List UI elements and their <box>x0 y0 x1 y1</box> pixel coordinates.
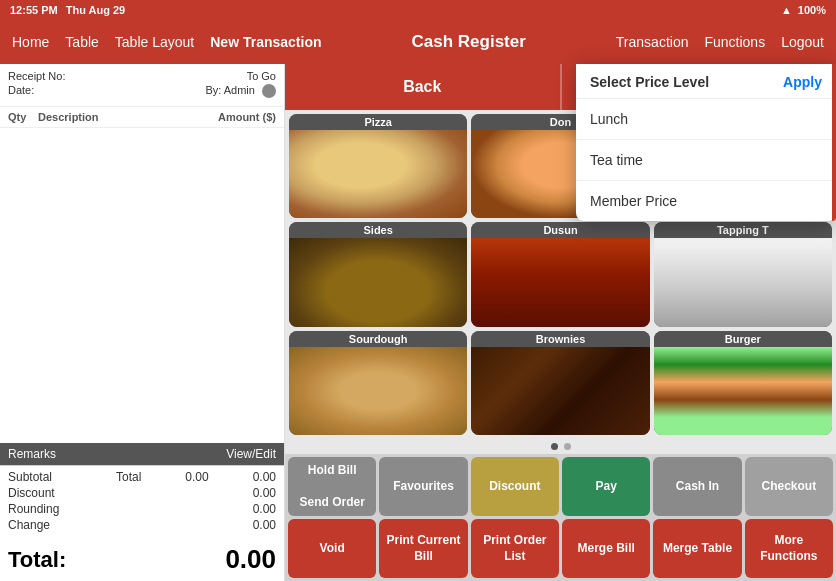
action-btn-label: Merge Bill <box>577 541 634 557</box>
action-btn-label: Print Order List <box>475 533 555 564</box>
dropdown-items-list: LunchTea timeMember Price <box>576 99 836 221</box>
menu-item-label: Sourdough <box>289 331 467 347</box>
remarks-label: Remarks <box>8 447 56 461</box>
dropdown-item-lunch[interactable]: Lunch <box>576 99 836 140</box>
action-btn-label: Print Current Bill <box>383 533 463 564</box>
dropdown-title: Select Price Level <box>590 74 709 90</box>
nav-table-layout[interactable]: Table Layout <box>115 34 194 50</box>
menu-item-sides[interactable]: Sides <box>289 222 467 326</box>
action-btn-merge-table[interactable]: Merge Table <box>653 519 741 578</box>
menu-item-burger[interactable]: Burger <box>654 331 832 435</box>
discount-label: Discount <box>8 486 55 500</box>
menu-item-image <box>471 238 649 326</box>
remarks-bar: Remarks View/Edit <box>0 443 284 465</box>
menu-item-tapping-t[interactable]: Tapping T <box>654 222 832 326</box>
receipt-panel: Receipt No: To Go Date: By: Admin Qty De… <box>0 64 285 581</box>
nav-table[interactable]: Table <box>65 34 98 50</box>
action-btn-label: More Functions <box>749 533 829 564</box>
action-btn-pay[interactable]: Pay <box>562 457 650 516</box>
total-bar-value: 0.00 <box>225 544 276 575</box>
menu-item-sourdough[interactable]: Sourdough <box>289 331 467 435</box>
action-btn-label: Void <box>320 541 345 557</box>
app-title: Cash Register <box>412 32 526 52</box>
action-btn-print-order-list[interactable]: Print Order List <box>471 519 559 578</box>
dropdown-item-member-price[interactable]: Member Price <box>576 181 836 221</box>
menu-item-image <box>289 347 467 435</box>
total-bar: Total: 0.00 <box>0 538 284 581</box>
price-level-dropdown: Select Price Level Apply LunchTea timeMe… <box>576 64 836 221</box>
bottom-actions: Hold BillSend OrderFavouritesDiscountPay… <box>285 454 836 581</box>
col-amount-header: Amount ($) <box>206 111 276 123</box>
status-time: 12:55 PM <box>10 4 58 16</box>
menu-item-image <box>654 347 832 435</box>
receipt-footer: Subtotal Total 0.00 0.00 Discount 0.00 R… <box>0 465 284 538</box>
receipt-items <box>0 128 284 443</box>
admin-icon <box>262 84 276 98</box>
menu-item-label: Pizza <box>289 114 467 130</box>
subtotal-value: 0.00 <box>185 470 208 484</box>
status-bar: 12:55 PM Thu Aug 29 ▲ 100% <box>0 0 836 20</box>
menu-item-pizza[interactable]: Pizza <box>289 114 467 218</box>
rounding-label: Rounding <box>8 502 59 516</box>
date-label: Date: <box>8 84 34 98</box>
action-btn-label: Pay <box>595 479 616 495</box>
status-date: Thu Aug 29 <box>66 4 125 16</box>
action-btn-label: Send Order <box>299 495 364 511</box>
total-bar-label: Total: <box>8 547 66 573</box>
menu-item-dusun[interactable]: Dusun <box>471 222 649 326</box>
back-button[interactable]: Back <box>285 64 560 110</box>
view-edit-label[interactable]: View/Edit <box>226 447 276 461</box>
action-btn-void[interactable]: Void <box>288 519 376 578</box>
nav-home[interactable]: Home <box>12 34 49 50</box>
change-label: Change <box>8 518 50 532</box>
action-btn-print-current-bill[interactable]: Print Current Bill <box>379 519 467 578</box>
menu-item-label: Tapping T <box>654 222 832 238</box>
menu-item-image <box>654 238 832 326</box>
menu-item-label: Dusun <box>471 222 649 238</box>
action-btn-label: Checkout <box>761 479 816 495</box>
discount-value: 0.00 <box>253 486 276 500</box>
receipt-type: To Go <box>247 70 276 82</box>
menu-item-label: Burger <box>654 331 832 347</box>
action-btn-more-functions[interactable]: More Functions <box>745 519 833 578</box>
action-btn-hold-bill-send-order[interactable]: Hold BillSend Order <box>288 457 376 516</box>
nav-new-transaction[interactable]: New Transaction <box>210 34 321 50</box>
action-btn-label: Discount <box>489 479 540 495</box>
menu-item-label: Sides <box>289 222 467 238</box>
action-btn-label: Cash In <box>676 479 719 495</box>
subtotal-label: Subtotal <box>8 470 52 484</box>
admin-label: By: Admin <box>205 84 276 98</box>
action-btn-favourites[interactable]: Favourites <box>379 457 467 516</box>
page-dot-1[interactable] <box>551 443 558 450</box>
nav-logout[interactable]: Logout <box>781 34 824 50</box>
col-qty-header: Qty <box>8 111 38 123</box>
wifi-icon: ▲ <box>781 4 792 16</box>
nav-transaction[interactable]: Transaction <box>616 34 689 50</box>
menu-item-brownies[interactable]: Brownies <box>471 331 649 435</box>
subtotal-total-label: Total <box>116 470 141 484</box>
action-btn-merge-bill[interactable]: Merge Bill <box>562 519 650 578</box>
action-btn-checkout[interactable]: Checkout <box>745 457 833 516</box>
nav-functions[interactable]: Functions <box>704 34 765 50</box>
top-nav: Home Table Table Layout New Transaction … <box>0 20 836 64</box>
action-btn-discount[interactable]: Discount <box>471 457 559 516</box>
rounding-value: 0.00 <box>253 502 276 516</box>
battery-status: 100% <box>798 4 826 16</box>
dropdown-apply-button[interactable]: Apply <box>783 74 822 90</box>
dropdown-item-tea-time[interactable]: Tea time <box>576 140 836 181</box>
menu-item-label: Brownies <box>471 331 649 347</box>
action-btn-label: Hold Bill <box>308 463 357 479</box>
menu-item-image <box>289 238 467 326</box>
action-btn-cash-in[interactable]: Cash In <box>653 457 741 516</box>
menu-item-image <box>471 347 649 435</box>
change-value: 0.00 <box>253 518 276 532</box>
action-btn-label: Merge Table <box>663 541 732 557</box>
col-desc-header: Description <box>38 111 206 123</box>
page-dots <box>285 439 836 454</box>
page-dot-2[interactable] <box>564 443 571 450</box>
action-btn-label: Favourites <box>393 479 454 495</box>
receipt-no-label: Receipt No: <box>8 70 65 82</box>
menu-item-image <box>289 130 467 218</box>
total-footer-value: 0.00 <box>253 470 276 484</box>
